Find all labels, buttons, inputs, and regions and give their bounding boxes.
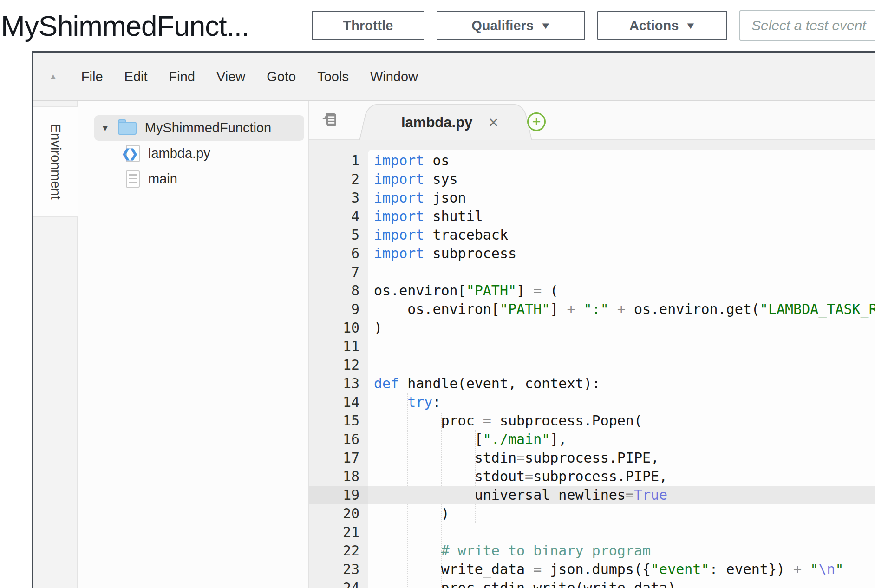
- code-line[interactable]: 18 stdout=subprocess.PIPE,: [309, 467, 875, 486]
- throttle-button-label: Throttle: [343, 18, 393, 33]
- code-text: try:: [368, 393, 441, 412]
- code-text: stdin=subprocess.PIPE,: [368, 449, 659, 467]
- editor-menu-bar: ▲ FileEditFindViewGotoToolsWindow: [33, 53, 875, 101]
- line-number: 15: [309, 412, 368, 430]
- test-event-placeholder: Select a test event: [751, 18, 866, 33]
- collapse-panel-icon[interactable]: ▲: [49, 72, 57, 81]
- line-number: 23: [309, 560, 368, 579]
- code-text: import shutil: [368, 207, 483, 226]
- code-line[interactable]: 11: [309, 337, 875, 356]
- tree-file-row[interactable]: ❮❯lambda.py: [78, 141, 308, 166]
- code-line[interactable]: 24 proc.stdin.write(write_data): [309, 579, 875, 588]
- test-event-select[interactable]: Select a test event: [739, 10, 875, 41]
- code-line[interactable]: 22 # write to binary program: [309, 542, 875, 560]
- code-text: [368, 523, 374, 542]
- line-number: 22: [309, 542, 368, 560]
- code-text: ): [368, 504, 450, 523]
- actions-button-label: Actions: [629, 18, 679, 33]
- code-text: ): [368, 319, 382, 337]
- throttle-button[interactable]: Throttle: [312, 11, 424, 40]
- code-line[interactable]: 2import sys: [309, 170, 875, 189]
- code-file-icon: ❮❯: [126, 145, 140, 162]
- code-text: [368, 337, 374, 356]
- menu-items: FileEditFindViewGotoToolsWindow: [81, 69, 439, 85]
- close-tab-icon[interactable]: ×: [489, 113, 498, 132]
- code-text: os.environ["PATH"] + ":" + os.environ.ge…: [368, 300, 875, 319]
- side-tab-strip: Environment: [33, 101, 78, 588]
- editor-pane: lambda.py × + 1import os2import sys3impo…: [309, 101, 875, 588]
- code-line[interactable]: 7: [309, 263, 875, 281]
- code-line[interactable]: 14 try:: [309, 393, 875, 412]
- code-text: proc.stdin.write(write_data): [368, 579, 676, 588]
- menu-item-find[interactable]: Find: [169, 69, 195, 85]
- code-line[interactable]: 17 stdin=subprocess.PIPE,: [309, 449, 875, 467]
- function-title: MyShimmedFunct...: [0, 9, 300, 42]
- line-number: 2: [309, 170, 368, 189]
- code-text: [368, 356, 374, 374]
- code-text: proc = subprocess.Popen(: [368, 412, 642, 430]
- code-line[interactable]: 12: [309, 356, 875, 374]
- file-tree-files: ❮❯lambda.pymain: [78, 141, 308, 192]
- tree-folder-row[interactable]: ▼ MyShimmedFunction: [94, 115, 304, 141]
- menu-item-edit[interactable]: Edit: [124, 69, 148, 85]
- line-number: 17: [309, 449, 368, 467]
- code-line[interactable]: 15 proc = subprocess.Popen(: [309, 412, 875, 430]
- code-editor-panel: ▲ FileEditFindViewGotoToolsWindow Enviro…: [32, 51, 875, 588]
- code-line[interactable]: 8os.environ["PATH"] = (: [309, 281, 875, 300]
- menu-item-file[interactable]: File: [81, 69, 103, 85]
- line-number: 4: [309, 207, 368, 226]
- code-line[interactable]: 13def handle(event, context):: [309, 374, 875, 393]
- code-text: stdout=subprocess.PIPE,: [368, 467, 667, 486]
- code-line[interactable]: 21: [309, 523, 875, 542]
- tab-list-icon[interactable]: [320, 111, 339, 131]
- line-number: 20: [309, 504, 368, 523]
- actions-dropdown-button[interactable]: Actions ▼: [597, 11, 727, 40]
- document-file-icon: [126, 170, 140, 188]
- tree-file-row[interactable]: main: [78, 166, 308, 192]
- code-line[interactable]: 3import json: [309, 189, 875, 207]
- menu-item-window[interactable]: Window: [370, 69, 418, 85]
- file-name: main: [148, 171, 177, 187]
- menu-item-tools[interactable]: Tools: [317, 69, 349, 85]
- code-text: import os: [368, 151, 450, 170]
- code-text: import json: [368, 189, 466, 207]
- code-editor[interactable]: 1import os2import sys3import json4import…: [309, 140, 875, 588]
- folder-disclosure-icon[interactable]: ▼: [101, 123, 110, 133]
- chevron-down-icon: ▼: [540, 20, 552, 31]
- line-number: 5: [309, 226, 368, 244]
- code-line[interactable]: 4import shutil: [309, 207, 875, 226]
- code-line[interactable]: 9 os.environ["PATH"] + ":" + os.environ.…: [309, 300, 875, 319]
- menu-item-view[interactable]: View: [216, 69, 245, 85]
- code-line[interactable]: 23 write_data = json.dumps({"event": eve…: [309, 560, 875, 579]
- file-tree: ▼ MyShimmedFunction ❮❯lambda.pymain: [78, 101, 309, 588]
- line-number: 1: [309, 151, 368, 170]
- qualifiers-dropdown-button[interactable]: Qualifiers ▼: [437, 11, 585, 40]
- code-line[interactable]: 5import traceback: [309, 226, 875, 244]
- code-text: # write to binary program: [368, 542, 651, 560]
- code-line[interactable]: 1import os: [309, 151, 875, 170]
- line-number: 21: [309, 523, 368, 542]
- tab-lambda-py[interactable]: lambda.py ×: [359, 104, 533, 140]
- line-number: 19: [309, 486, 368, 504]
- file-name: lambda.py: [148, 146, 210, 161]
- line-number: 7: [309, 263, 368, 281]
- tab-environment[interactable]: Environment: [33, 106, 78, 217]
- chevron-down-icon: ▼: [685, 20, 697, 31]
- code-text: [368, 263, 374, 281]
- function-header: MyShimmedFunct... Throttle Qualifiers ▼ …: [0, 0, 875, 51]
- code-line[interactable]: 16 ["./main"],: [309, 430, 875, 449]
- code-line[interactable]: 6import subprocess: [309, 244, 875, 263]
- code-line[interactable]: 10): [309, 319, 875, 337]
- code-text: import subprocess: [368, 244, 516, 263]
- code-line[interactable]: 20 ): [309, 504, 875, 523]
- menu-item-goto[interactable]: Goto: [267, 69, 296, 85]
- code-line[interactable]: 19 universal_newlines=True: [309, 486, 875, 504]
- line-number: 12: [309, 356, 368, 374]
- new-tab-button[interactable]: +: [527, 112, 546, 131]
- tab-title: lambda.py: [401, 114, 472, 131]
- code-text: os.environ["PATH"] = (: [368, 281, 558, 300]
- code-text: write_data = json.dumps({"event": event}…: [368, 560, 843, 579]
- environment-tab-label: Environment: [48, 124, 63, 200]
- code-text: ["./main"],: [368, 430, 567, 449]
- line-number: 24: [309, 579, 368, 588]
